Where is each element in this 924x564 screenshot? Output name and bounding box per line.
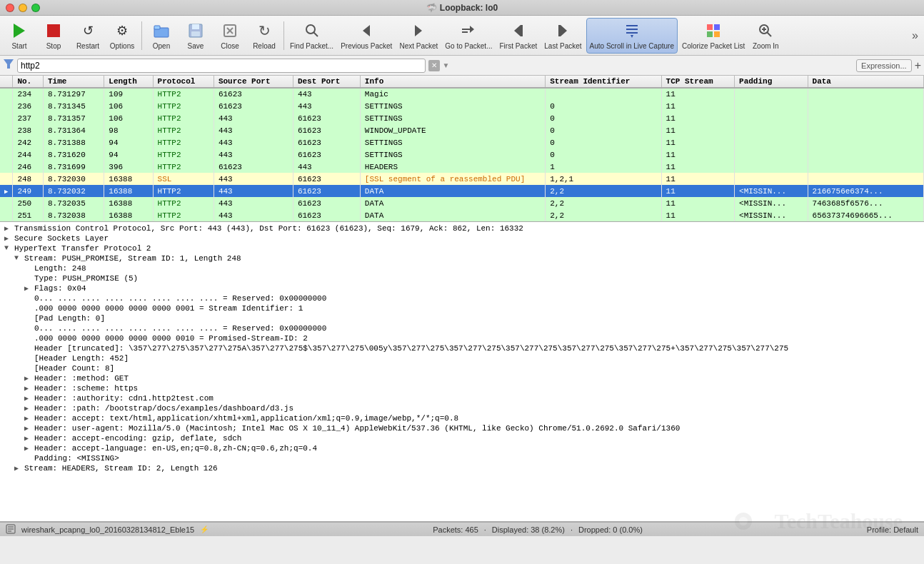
table-row[interactable]: 2378.731357106HTTP244361623SETTINGS011 <box>0 112 924 124</box>
cell-dst-port: 61623 <box>293 209 360 221</box>
add-filter-button[interactable]: + <box>915 59 921 72</box>
col-time[interactable]: Time <box>43 76 104 88</box>
svg-marker-17 <box>514 25 521 36</box>
svg-rect-25 <box>707 24 713 30</box>
col-padding[interactable]: Padding <box>735 76 808 88</box>
svg-rect-21 <box>626 25 638 26</box>
cell-stream-id: 0 <box>546 124 661 136</box>
window-title: 🦈 Loopback: lo0 <box>426 3 498 13</box>
filterbar: ✕ ▼ Expression... + <box>0 56 924 76</box>
detail-label: .000 0000 0000 0000 0000 0000 0001 = Str… <box>34 304 303 313</box>
table-row[interactable]: 2488.73203016388SSL44361623[SSL segment … <box>0 173 924 185</box>
expander-icon: ▼ <box>4 244 13 252</box>
col-info[interactable]: Info <box>360 76 545 88</box>
detail-line[interactable]: ▶Header: :path: /bootstrap/docs/examples… <box>0 403 924 413</box>
col-arrow <box>0 76 13 88</box>
stop-button[interactable]: Stop <box>37 18 70 54</box>
table-row[interactable]: 2388.73136498HTTP244361623WINDOW_UPDATE0… <box>0 124 924 136</box>
detail-line[interactable]: ▶Header: :method: GET <box>0 373 924 383</box>
detail-line: .000 0000 0000 0000 0000 0000 0010 = Pro… <box>0 333 924 343</box>
detail-line[interactable]: ▶Header: accept-language: en-US,en;q=0.8… <box>0 443 924 453</box>
table-row[interactable]: 2348.731297109HTTP261623443Magic11 <box>0 88 924 100</box>
expression-button[interactable]: Expression... <box>856 59 912 72</box>
detail-line[interactable]: ▶Secure Sockets Layer <box>0 233 924 243</box>
cell-info: [SSL segment of a reassembled PDU] <box>360 173 545 185</box>
detail-line[interactable]: ▼HyperText Transfer Protocol 2 <box>0 243 924 253</box>
col-no[interactable]: No. <box>13 76 44 88</box>
cell-padding: <MISSIN... <box>735 209 808 221</box>
table-row[interactable]: 2368.731345106HTTP261623443SETTINGS011 <box>0 100 924 112</box>
cell-time: 8.731388 <box>43 136 104 148</box>
svg-rect-27 <box>707 31 713 37</box>
detail-line[interactable]: ▶Header: :authority: cdn1.http2test.com <box>0 393 924 403</box>
detail-label: [Pad Length: 0] <box>34 314 105 323</box>
cell-dst-port: 61623 <box>293 112 360 124</box>
col-protocol[interactable]: Protocol <box>153 76 214 88</box>
restart-button[interactable]: ↺ Restart <box>71 18 104 54</box>
detail-line[interactable]: ▶Header: user-agent: Mozilla/5.0 (Macint… <box>0 423 924 433</box>
minimize-window-button[interactable] <box>19 4 27 12</box>
packet-table: No. Time Length Protocol Source Port Des… <box>0 76 924 221</box>
table-row[interactable]: 2518.73203816388HTTP244361623DATA2,211<M… <box>0 209 924 221</box>
cell-no: 236 <box>13 100 44 112</box>
table-row[interactable]: 2428.73138894HTTP244361623SETTINGS011 <box>0 136 924 148</box>
col-dst-port[interactable]: Dest Port <box>293 76 360 88</box>
next-packet-button[interactable]: Next Packet <box>396 18 441 54</box>
colorize-button[interactable]: Colorize Packet List <box>679 18 748 54</box>
reload-icon: ↻ <box>254 21 274 41</box>
goto-packet-button[interactable]: Go to Packet... <box>442 18 495 54</box>
svg-marker-24 <box>631 35 633 38</box>
cell-tcp-stream: 11 <box>661 148 734 161</box>
col-tcp-stream[interactable]: TCP Stream <box>661 76 734 88</box>
cell-length: 106 <box>104 112 153 124</box>
filter-clear-button[interactable]: ✕ <box>428 60 440 71</box>
reload-button[interactable]: ↻ Reload <box>248 18 281 54</box>
toolbar-overflow-button[interactable]: » <box>909 26 921 45</box>
col-data[interactable]: Data <box>808 76 923 88</box>
last-packet-button[interactable]: Last Packet <box>541 18 584 54</box>
cell-stream-id: 1 <box>546 161 661 173</box>
detail-line[interactable]: ▶Header: accept-encoding: gzip, deflate,… <box>0 433 924 443</box>
detail-line[interactable]: ▶Transmission Control Protocol, Src Port… <box>0 223 924 233</box>
table-row[interactable]: 2448.73162094HTTP244361623SETTINGS011 <box>0 148 924 161</box>
detail-line[interactable]: ▼Stream: PUSH_PROMISE, Stream ID: 1, Len… <box>0 253 924 263</box>
filter-input[interactable] <box>17 59 426 73</box>
cell-protocol: HTTP2 <box>153 197 214 209</box>
find-packet-button[interactable]: Find Packet... <box>287 18 336 54</box>
cell-tcp-stream: 11 <box>661 197 734 209</box>
cell-info: SETTINGS <box>360 100 545 112</box>
prev-packet-button[interactable]: Previous Packet <box>338 18 395 54</box>
open-button[interactable]: Open <box>145 18 178 54</box>
table-row[interactable]: 2508.73203516388HTTP244361623DATA2,211<M… <box>0 197 924 209</box>
col-src-port[interactable]: Source Port <box>214 76 293 88</box>
zoom-in-button[interactable]: Zoom In <box>749 18 782 54</box>
filter-bookmark-icon[interactable]: ▼ <box>443 61 450 69</box>
detail-line[interactable]: ▶Flags: 0x04 <box>0 283 924 293</box>
col-length[interactable]: Length <box>104 76 153 88</box>
start-button[interactable]: Start <box>3 18 36 54</box>
save-button[interactable]: Save <box>179 18 212 54</box>
autoscroll-button[interactable]: Auto Scroll in Live Capture <box>586 18 678 54</box>
cell-dst-port: 443 <box>293 88 360 100</box>
detail-line[interactable]: ▶Header: accept: text/html,application/x… <box>0 413 924 423</box>
table-row[interactable]: ▶2498.73203216388HTTP244361623DATA2,211<… <box>0 185 924 197</box>
detail-line[interactable]: ▶Header: :scheme: https <box>0 383 924 393</box>
svg-rect-26 <box>714 24 720 30</box>
expander-icon: ▶ <box>4 224 13 233</box>
cell-time: 8.731364 <box>43 124 104 136</box>
cell-src-port: 61623 <box>214 88 293 100</box>
col-stream-id[interactable]: Stream Identifier <box>546 76 661 88</box>
close-window-button[interactable] <box>6 4 14 12</box>
maximize-window-button[interactable] <box>31 4 40 12</box>
first-packet-button[interactable]: First Packet <box>496 18 540 54</box>
cell-time: 8.732038 <box>43 209 104 221</box>
table-row[interactable]: 2468.731699396HTTP261623443HEADERS111 <box>0 161 924 173</box>
close-button[interactable]: Close <box>214 18 246 54</box>
window-controls[interactable] <box>6 4 40 12</box>
cell-data <box>808 124 923 136</box>
cell-data <box>808 161 923 173</box>
expander-icon: ▶ <box>24 424 33 433</box>
cell-padding <box>735 124 808 136</box>
detail-line[interactable]: ▶Stream: HEADERS, Stream ID: 2, Length 1… <box>0 463 924 473</box>
options-button[interactable]: ⚙ Options <box>106 18 139 54</box>
